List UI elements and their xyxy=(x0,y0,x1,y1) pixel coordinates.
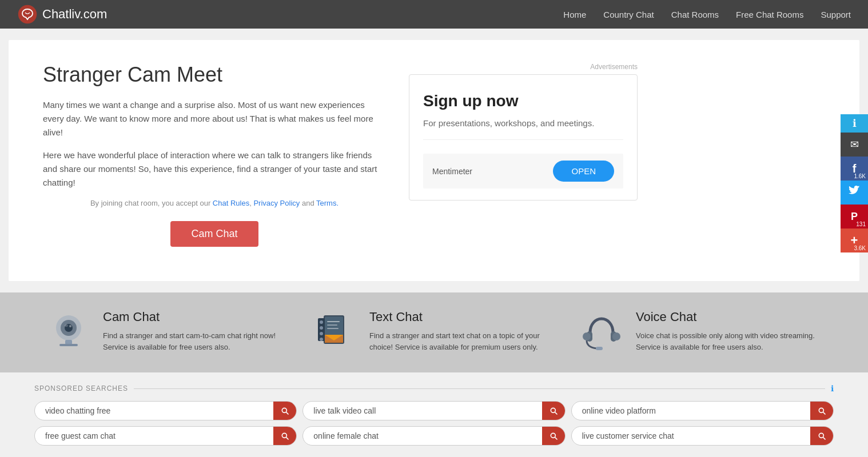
feature-cam-chat: Cam Chat Find a stranger and start cam-t… xyxy=(34,310,301,355)
search-button-3[interactable] xyxy=(810,402,833,420)
logo[interactable]: Chatliv.com xyxy=(17,4,107,25)
share-plus-button[interactable]: + 3.6K xyxy=(841,228,868,252)
ad-label: Advertisements xyxy=(409,63,638,71)
svg-point-7 xyxy=(65,324,68,327)
hero-para-1: Many times we want a change and a surpri… xyxy=(43,98,386,139)
facebook-count: 1.6K xyxy=(854,173,866,179)
features-strip: Cam Chat Find a stranger and start cam-t… xyxy=(0,292,868,372)
share-facebook-button[interactable]: f 1.6K xyxy=(841,157,868,181)
main-nav: Home Country Chat Chat Rooms Free Chat R… xyxy=(563,10,851,19)
privacy-policy-link[interactable]: Privacy Policy xyxy=(253,199,300,207)
feature-text-chat-desc: Find a stranger and start text chat on a… xyxy=(369,330,556,352)
nav-country-chat[interactable]: Country Chat xyxy=(603,10,654,19)
search-button-1[interactable] xyxy=(273,402,296,420)
hero-section: Stranger Cam Meet Many times we want a c… xyxy=(43,63,386,247)
nav-home[interactable]: Home xyxy=(563,10,586,19)
svg-rect-16 xyxy=(327,324,337,326)
svg-rect-6 xyxy=(59,344,78,346)
search-row-5 xyxy=(302,426,565,446)
share-email-button[interactable]: ✉ xyxy=(841,133,868,157)
search-input-2[interactable] xyxy=(311,402,541,420)
search-row-6 xyxy=(571,426,834,446)
feature-voice-chat-text: Voice Chat Voice chat is possible only a… xyxy=(636,310,822,352)
svg-point-0 xyxy=(18,5,37,23)
feature-voice-chat: Voice Chat Voice chat is possible only a… xyxy=(567,310,834,355)
svg-point-23 xyxy=(612,332,620,340)
voice-chat-icon xyxy=(579,310,624,355)
chat-rules-link[interactable]: Chat Rules xyxy=(213,199,249,207)
ad-box: Sign up now For presentations, workshops… xyxy=(409,74,638,201)
sponsored-label: SPONSORED SEARCHES xyxy=(34,384,128,392)
nav-chat-rooms[interactable]: Chat Rooms xyxy=(671,10,719,19)
feature-voice-chat-desc: Voice chat is possible only along with v… xyxy=(636,330,822,352)
search-button-6[interactable] xyxy=(810,427,833,445)
nav-free-chat-rooms[interactable]: Free Chat Rooms xyxy=(736,10,803,19)
header: Chatliv.com Home Country Chat Chat Rooms… xyxy=(0,0,868,29)
search-input-5[interactable] xyxy=(311,427,541,445)
page-title: Stranger Cam Meet xyxy=(43,63,386,87)
terms-line: By joining chat room, you accept our Cha… xyxy=(43,199,386,207)
svg-rect-24 xyxy=(596,347,603,350)
search-input-1[interactable] xyxy=(43,402,273,420)
search-row-3 xyxy=(571,401,834,420)
plus-count: 3.6K xyxy=(854,245,866,251)
email-icon: ✉ xyxy=(850,138,859,151)
feature-text-chat: Text Chat Find a stranger and start text… xyxy=(301,310,567,355)
svg-rect-15 xyxy=(327,321,340,322)
sponsored-section: SPONSORED SEARCHES ℹ xyxy=(0,372,868,457)
search-button-2[interactable] xyxy=(542,402,565,420)
svg-point-4 xyxy=(69,325,71,327)
search-row-1 xyxy=(34,401,297,420)
ad-subtitle: For presentations, workshops, and meetin… xyxy=(423,118,623,140)
ad-footer: Mentimeter OPEN xyxy=(423,154,623,189)
share-twitter-button[interactable] xyxy=(841,181,868,205)
search-button-5[interactable] xyxy=(542,427,565,445)
feature-cam-chat-title: Cam Chat xyxy=(103,310,289,324)
search-button-4[interactable] xyxy=(273,427,296,445)
search-row-4 xyxy=(34,426,297,446)
feature-text-chat-text: Text Chat Find a stranger and start text… xyxy=(369,310,556,352)
cam-chat-button[interactable]: Cam Chat xyxy=(170,221,258,247)
search-grid xyxy=(34,401,834,446)
share-pinterest-button[interactable]: P 131 xyxy=(841,205,868,228)
feature-text-chat-title: Text Chat xyxy=(369,310,556,324)
nav-support[interactable]: Support xyxy=(821,10,851,19)
ad-brand: Mentimeter xyxy=(432,167,472,176)
search-input-3[interactable] xyxy=(580,402,810,420)
sponsored-info-icon[interactable]: ℹ xyxy=(831,384,834,393)
terms-link[interactable]: Terms. xyxy=(316,199,339,207)
ad-open-button[interactable]: OPEN xyxy=(553,161,614,182)
svg-rect-5 xyxy=(65,340,72,344)
search-input-4[interactable] xyxy=(43,427,273,445)
svg-point-11 xyxy=(320,320,323,324)
logo-text: Chatliv.com xyxy=(42,7,107,22)
sponsored-header: SPONSORED SEARCHES ℹ xyxy=(34,384,834,393)
svg-point-14 xyxy=(320,338,323,341)
svg-point-13 xyxy=(320,332,323,335)
ad-title: Sign up now xyxy=(423,92,623,110)
hero-para-2: Here we have wonderful place of interact… xyxy=(43,149,386,190)
feature-cam-chat-desc: Find a stranger and start cam-to-cam cha… xyxy=(103,330,289,352)
share-info-icon[interactable]: ℹ xyxy=(841,114,868,133)
text-chat-icon xyxy=(312,310,358,355)
sponsored-divider xyxy=(134,388,825,389)
main-content: Stranger Cam Meet Many times we want a c… xyxy=(9,40,859,281)
ad-panel: Advertisements Sign up now For presentat… xyxy=(409,63,638,247)
cam-chat-icon xyxy=(46,310,91,355)
sidebar-share: ℹ ✉ f 1.6K P 131 + 3.6K xyxy=(841,114,868,252)
svg-rect-17 xyxy=(327,328,339,329)
search-row-2 xyxy=(302,401,565,420)
feature-cam-chat-text: Cam Chat Find a stranger and start cam-t… xyxy=(103,310,289,352)
svg-point-12 xyxy=(320,326,323,330)
search-input-6[interactable] xyxy=(580,427,810,445)
svg-point-22 xyxy=(583,332,591,340)
feature-voice-chat-title: Voice Chat xyxy=(636,310,822,324)
twitter-icon xyxy=(849,186,860,200)
pinterest-count: 131 xyxy=(856,221,866,227)
